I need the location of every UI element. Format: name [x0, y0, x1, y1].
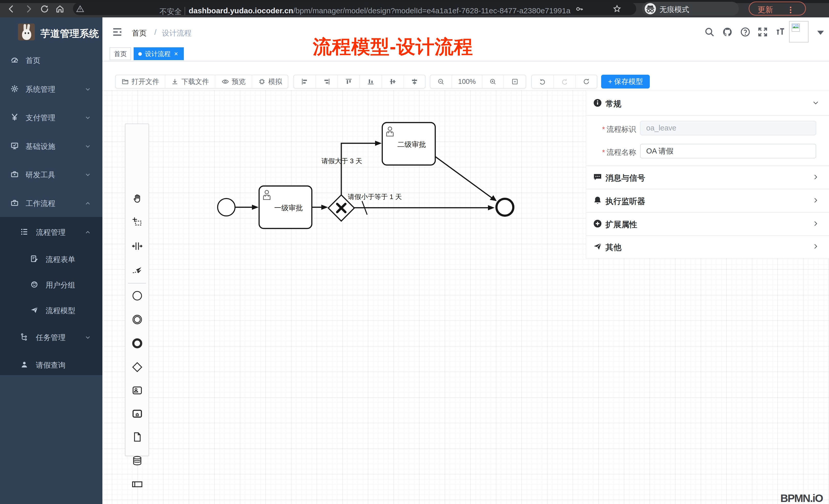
chevron-right-icon [813, 197, 819, 204]
incognito-label: 无痕模式 [659, 5, 689, 15]
section-title: 常规 [606, 99, 621, 109]
font-size-icon[interactable] [775, 27, 786, 37]
url-text[interactable]: dashboard.yudao.iocoder.cn/bpm/manager/m… [189, 6, 570, 15]
active-dot-icon [138, 52, 142, 56]
password-key-icon[interactable] [575, 5, 583, 13]
sidebar-item-label: 流程管理 [36, 227, 66, 238]
properties-panel: 常规 *流程标识 *流程名称 消息与信号 [586, 90, 829, 259]
sidebar-item-leave-query[interactable]: 请假查询 [0, 350, 102, 379]
incognito-badge: 无痕模式 [642, 2, 739, 15]
tab-design-process[interactable]: 设计流程× [134, 47, 184, 60]
process-key-input [640, 121, 816, 135]
browser-home-icon[interactable] [55, 4, 65, 13]
start-event[interactable] [218, 198, 235, 216]
sidebar-item-task-management[interactable]: 任务管理 [0, 322, 102, 351]
app-title: 芋道管理系统 [40, 27, 99, 40]
toolbox-icon [10, 170, 19, 179]
section-title: 执行监听器 [606, 196, 645, 207]
browser-update-button[interactable]: 更新 [749, 2, 806, 15]
help-icon[interactable] [740, 27, 751, 37]
paper-plane-icon [30, 306, 39, 314]
search-icon[interactable] [704, 27, 715, 37]
close-icon[interactable]: × [174, 50, 178, 57]
sidebar-item-label: 请假查询 [36, 360, 66, 371]
divider [586, 212, 829, 212]
sidebar-item-home[interactable]: 首页 [0, 45, 102, 74]
chevron-down-icon [85, 172, 91, 178]
update-label: 更新 [758, 5, 773, 15]
collapse-sidebar-icon[interactable] [112, 27, 123, 37]
chevron-right-icon [813, 174, 819, 180]
divider [586, 235, 829, 236]
sidebar-item-process-management[interactable]: 流程管理 [0, 217, 102, 246]
annotation-title: 流程模型-设计流程 [313, 34, 473, 60]
divider [586, 165, 829, 166]
user-task-level2[interactable]: 二级审批 [382, 122, 435, 165]
chevron-down-icon [85, 144, 91, 149]
sidebar-item-label: 系统管理 [26, 84, 55, 95]
sidebar-item-user-group[interactable]: 用户分组 [0, 270, 102, 299]
broken-image-icon [791, 23, 801, 33]
browser-back-icon[interactable] [7, 4, 16, 13]
robot-face-icon [30, 280, 39, 289]
chevron-up-icon [85, 201, 91, 206]
security-label[interactable]: 不安全 [159, 7, 182, 17]
url-path: /bpm/manager/model/design?modelId=e4a1a1… [293, 6, 570, 15]
sidebar-item-label: 首页 [26, 55, 40, 66]
github-icon[interactable] [722, 27, 733, 37]
fullscreen-icon[interactable] [757, 27, 768, 37]
flow-label-le[interactable]: 请假小于等于 1 天 [348, 193, 402, 201]
sidebar-item-label: 流程表单 [45, 255, 75, 265]
user-icon [20, 360, 29, 369]
browser-reload-icon[interactable] [40, 4, 49, 13]
avatar-dropdown-caret[interactable] [817, 31, 824, 35]
send-plane-icon [593, 241, 603, 251]
chevron-right-icon [813, 220, 819, 227]
main-area: 首页 / 设计流程 流程模型-设计流程 首页 设计流程× 打开文件 [102, 17, 829, 504]
breadcrumb-home[interactable]: 首页 [132, 28, 147, 38]
sidebar-item-workflow[interactable]: 工作流程 [0, 188, 102, 217]
divider [586, 189, 829, 189]
task2-label: 二级审批 [397, 141, 426, 148]
browser-menu-icon[interactable] [790, 6, 791, 14]
end-event[interactable] [497, 199, 513, 216]
monitor-icon [10, 142, 19, 150]
omnibox-divider [185, 7, 185, 15]
breadcrumb-separator: / [154, 28, 156, 37]
app-logo [18, 24, 35, 40]
flow-label-gt[interactable]: 请假大于 3 天 [322, 157, 362, 165]
task1-label: 一级审批 [274, 204, 303, 212]
browser-forward-icon[interactable] [24, 4, 33, 13]
sidebar-item-label: 流程模型 [45, 306, 75, 316]
process-key-label: *流程标识 [586, 124, 636, 134]
sidebar-item-label: 研发工具 [26, 170, 55, 180]
sidebar-item-label: 基础设施 [26, 142, 55, 152]
chevron-down-icon [85, 86, 91, 92]
briefcase-icon [10, 198, 19, 207]
section-title: 消息与信号 [606, 173, 645, 184]
info-icon [593, 98, 603, 108]
sidebar-item-payment[interactable]: 支付管理 [0, 103, 102, 131]
process-name-input[interactable] [640, 144, 816, 158]
sidebar-item-devtools[interactable]: 研发工具 [0, 160, 102, 188]
chevron-down-icon[interactable] [813, 100, 819, 106]
sidebar-item-infrastructure[interactable]: 基础设施 [0, 131, 102, 160]
sidebar-item-label: 工作流程 [26, 198, 55, 209]
yen-icon [10, 113, 19, 121]
sidebar-item-label: 任务管理 [36, 333, 66, 343]
sidebar-item-process-form[interactable]: 流程表单 [0, 244, 102, 273]
user-task-level1[interactable]: 一级审批 [259, 186, 312, 228]
avatar[interactable] [789, 21, 808, 42]
address-bar[interactable]: 不安全 dashboard.yudao.iocoder.cn/bpm/manag… [73, 2, 636, 15]
sidebar-item-process-model[interactable]: 流程模型 [0, 296, 102, 324]
chevron-right-icon [813, 243, 819, 250]
browser-chrome: 不安全 dashboard.yudao.iocoder.cn/bpm/manag… [0, 0, 829, 17]
chevron-down-icon [85, 115, 91, 120]
bpmn-canvas[interactable]: 打开文件 下载文件 预览 模拟 100% [102, 62, 829, 504]
sidebar-item-label: 用户分组 [45, 280, 75, 290]
sidebar-item-system[interactable]: 系统管理 [0, 74, 102, 103]
tab-home[interactable]: 首页 [110, 47, 131, 60]
message-icon [593, 172, 603, 182]
form-edit-icon [30, 255, 39, 263]
bookmark-star-icon[interactable] [613, 4, 621, 13]
